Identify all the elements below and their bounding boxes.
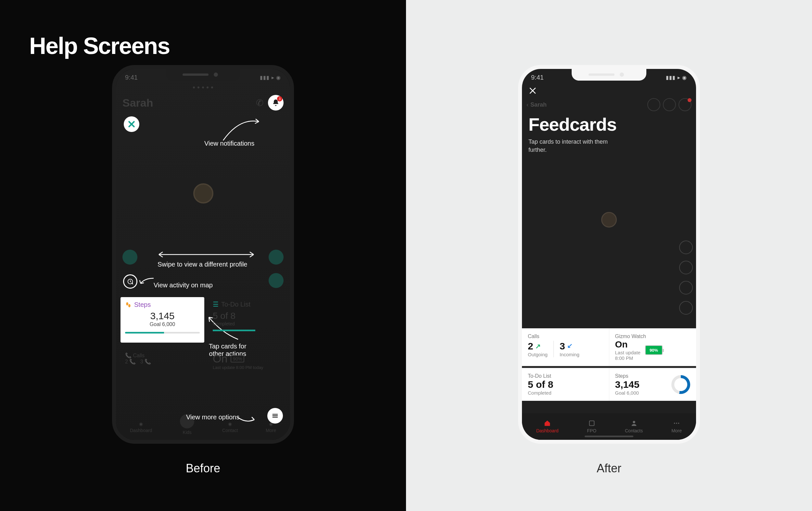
feed-cards: Calls 2↗ Outgoing 3↗ Incoming (522, 328, 696, 401)
home-indicator (585, 436, 633, 437)
watch-updated: Last update 8:00 PM (615, 350, 640, 361)
header-row: ‹Sarah (522, 98, 696, 111)
menu-button[interactable] (267, 408, 283, 424)
svg-rect-4 (589, 421, 594, 426)
arrow-to-bell (220, 114, 265, 144)
status-time: 9:41 (125, 74, 138, 81)
tab-dashboard[interactable]: ◉Dashboard (130, 421, 152, 433)
map-control-1[interactable] (679, 241, 693, 254)
steps-progress (125, 332, 200, 333)
todo-sub: Completed (528, 390, 603, 396)
svg-point-5 (633, 421, 635, 423)
close-button[interactable] (124, 116, 139, 132)
steps-value: 3,145 (125, 311, 200, 322)
map-control-4[interactable] (679, 301, 693, 315)
tutorial-subtitle: Tap cards to interact with them further. (528, 138, 613, 154)
svg-point-8 (678, 423, 679, 424)
before-phone: 9:41 ▮▮▮ ▸ ◉ Sarah ✆ 3 (112, 65, 294, 444)
map-controls (679, 241, 693, 315)
status-time: 9:41 (531, 74, 544, 81)
steps-label: Steps (134, 301, 151, 308)
before-panel: Help Screens 9:41 ▮▮▮ ▸ ◉ Sarah ✆ (0, 0, 406, 511)
hamburger-icon (271, 412, 279, 419)
phone-icon: ✆ (256, 98, 263, 108)
arrow-to-menu (236, 414, 257, 425)
svg-point-2 (126, 302, 128, 305)
watch-card[interactable]: Gizmo Watch On Last update 8:00 PM 90% (609, 328, 696, 366)
close-button[interactable] (528, 86, 537, 97)
activity-clock-icon[interactable] (123, 274, 137, 289)
close-icon (528, 86, 537, 95)
alerts-button[interactable] (678, 98, 692, 111)
annotation-more: View more options (186, 413, 239, 421)
svg-point-3 (128, 304, 130, 307)
avatar-pin (601, 212, 617, 227)
back-button[interactable]: ‹Sarah (526, 101, 547, 108)
close-icon (127, 120, 136, 128)
steps-label: Steps (615, 373, 640, 379)
map-action-2 (269, 250, 284, 265)
phone-notch (572, 69, 646, 81)
watch-state: On (615, 339, 640, 350)
header-actions (647, 98, 692, 111)
todo-label: To-Do List (528, 373, 603, 379)
svg-point-7 (676, 423, 677, 424)
after-caption: After (597, 462, 621, 475)
avatar-pin (193, 183, 213, 204)
map-control-3[interactable] (679, 281, 693, 295)
after-panel: 9:41 ▮▮▮ ▸ ◉ ‹Sarah Feedcards Tap cards … (406, 0, 812, 511)
status-icons: ▮▮▮ ▸ ◉ (260, 75, 281, 81)
steps-sub: Goal 6,000 (615, 390, 640, 396)
tab-contact[interactable]: ◉Contact (222, 421, 238, 433)
annotation-swipe: Swipe to view a different profile (157, 261, 247, 268)
incoming-arrow-icon: ↗ (567, 342, 573, 350)
clock-icon (127, 278, 134, 285)
status-icons: ▮▮▮ ▸ ◉ (666, 75, 687, 81)
calls-label: Calls (528, 333, 603, 339)
steps-val: 3,145 (615, 379, 640, 390)
page-title: Help Screens (29, 32, 170, 59)
steps-goal: Goal 6,000 (125, 322, 200, 327)
tab-dashboard[interactable]: Dashboard (536, 420, 559, 433)
pager-dots (193, 86, 213, 88)
header-row: Sarah ✆ 3 (116, 90, 290, 115)
after-phone: 9:41 ▮▮▮ ▸ ◉ ‹Sarah Feedcards Tap cards … (518, 65, 700, 444)
phone-notch (166, 69, 240, 81)
annotation-notifications: View notifications (204, 140, 254, 147)
map-control-2[interactable] (679, 261, 693, 274)
todo-val: 5 of 8 (528, 379, 603, 390)
tab-fpo[interactable]: FPO (587, 420, 596, 433)
battery-badge: 90% (645, 345, 663, 355)
user-name: Sarah (122, 97, 153, 109)
dim-todo-card: ☰ To-Do List 5 of 8 Completed (208, 297, 286, 334)
dim-on-card: On90% Last update 8:00 PM today (208, 349, 286, 373)
steps-card[interactable]: Steps 3,145 Goal 6,000 (609, 368, 696, 401)
steps-card[interactable]: Steps 3,145 Goal 6,000 (120, 297, 204, 343)
annotation-activity: View activity on map (154, 281, 213, 289)
tab-more[interactable]: More (671, 420, 682, 433)
watch-label: Gizmo Watch (615, 333, 691, 339)
map-action-3 (269, 273, 284, 288)
steps-icon (125, 302, 132, 308)
svg-point-6 (674, 423, 675, 424)
outgoing-arrow-icon: ↗ (535, 342, 541, 350)
map-action-1 (122, 250, 137, 265)
calls-card[interactable]: Calls 2↗ Outgoing 3↗ Incoming (522, 328, 609, 366)
chat-button[interactable] (663, 98, 676, 111)
tutorial-title: Feedcards (528, 114, 616, 135)
before-caption: Before (186, 462, 220, 475)
todo-card[interactable]: To-Do List 5 of 8 Completed (522, 368, 609, 401)
dim-calls-card: 📞 Calls 2 📞 3 📞 (120, 349, 204, 368)
notification-badge: 3 (277, 96, 282, 101)
tab-contacts[interactable]: Contacts (625, 420, 643, 433)
swipe-arrow (154, 250, 258, 260)
notifications-button[interactable]: 3 (268, 95, 284, 110)
chevron-left-icon: ‹ (526, 101, 528, 108)
steps-donut (671, 375, 690, 394)
call-button[interactable] (647, 98, 660, 111)
arrow-to-clock (138, 276, 154, 286)
